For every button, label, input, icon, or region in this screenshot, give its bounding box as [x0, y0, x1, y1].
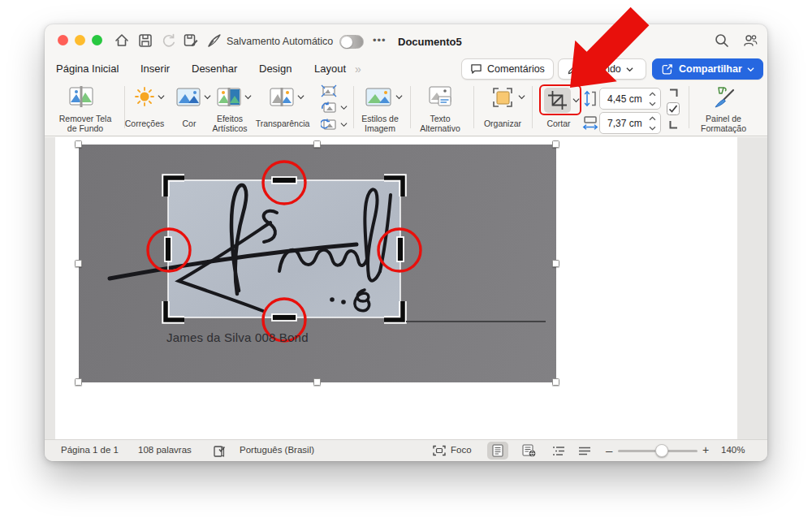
- selection-handle-sw[interactable]: [75, 378, 82, 386]
- compress-picture-icon[interactable]: [321, 84, 337, 97]
- document-area: James da Silva 008 Bond: [45, 137, 767, 439]
- quill-icon: [206, 32, 222, 49]
- selection-handle-e[interactable]: [552, 260, 559, 267]
- outline-view-button[interactable]: [548, 442, 569, 460]
- stepper-down-icon: [649, 101, 656, 106]
- stepper-up-icon: [649, 116, 656, 121]
- word-count[interactable]: 108 palavras: [138, 445, 192, 455]
- width-value: 7,37 cm: [607, 118, 642, 129]
- chevron-down-icon: [747, 67, 754, 72]
- alt-text-icon: [429, 86, 451, 107]
- tab-layout[interactable]: Layout: [314, 63, 346, 75]
- artistic-effects-label-2: Artísticos: [212, 123, 247, 133]
- pencil-icon: [567, 63, 579, 76]
- chevron-down-icon: [244, 94, 252, 100]
- autosave-toggle[interactable]: [339, 35, 364, 49]
- remove-background-label-2: de Fundo: [67, 123, 103, 133]
- zoom-in-button[interactable]: +: [702, 443, 709, 456]
- chevron-down-icon: [204, 94, 211, 100]
- save-icon[interactable]: [137, 32, 153, 49]
- height-stepper[interactable]: [647, 90, 657, 108]
- crop-top-handle: [272, 177, 296, 183]
- width-field[interactable]: 7,37 cm: [599, 112, 661, 134]
- tab-pagina-inicial[interactable]: Página Inicial: [56, 63, 119, 75]
- zoom-slider-knob[interactable]: [655, 444, 668, 457]
- ribbon: Remover Telade Fundo Correções Cor Efeit…: [45, 81, 767, 136]
- remove-background-label-1: Remover Tela: [59, 114, 112, 123]
- selection-handle-nw[interactable]: [75, 140, 82, 148]
- width-stepper[interactable]: [647, 114, 657, 132]
- zoom-percentage[interactable]: 140%: [721, 445, 745, 455]
- chevron-down-icon: [340, 122, 348, 127]
- selection-handle-w[interactable]: [75, 260, 82, 267]
- sun-icon: [134, 86, 155, 107]
- lock-aspect-checkbox[interactable]: [667, 102, 680, 115]
- page-count[interactable]: Página 1 de 1: [61, 445, 119, 455]
- chevron-down-icon: [395, 94, 403, 100]
- corrections-label: Correções: [125, 119, 164, 128]
- selection-handle-se[interactable]: [552, 378, 559, 386]
- search-icon[interactable]: [714, 32, 730, 49]
- word-window: Salvamento Automático ••• Documento5 Pág…: [45, 24, 767, 461]
- format-pane-label-1: Painel de: [706, 114, 741, 123]
- tab-desenhar[interactable]: Desenhar: [192, 63, 237, 75]
- artistic-effects-label-1: Efeitos: [217, 114, 243, 123]
- web-layout-view-button[interactable]: [518, 442, 539, 460]
- comments-button[interactable]: Comentários: [461, 58, 554, 80]
- outline-icon: [552, 446, 565, 456]
- close-button[interactable]: [58, 35, 68, 45]
- check-icon: [667, 103, 679, 114]
- stepper-up-icon: [649, 92, 656, 97]
- print-layout-view-button[interactable]: [487, 442, 508, 460]
- share-icon: [661, 63, 674, 76]
- share-label: Compartilhar: [679, 63, 742, 75]
- crop-bottom-handle: [272, 314, 296, 321]
- format-brush-icon: [711, 85, 736, 110]
- alt-text-label-1: Texto: [430, 114, 450, 123]
- print-layout-icon: [492, 444, 503, 457]
- tab-overflow-chevron[interactable]: »: [355, 63, 360, 76]
- share-button[interactable]: Compartilhar: [652, 58, 763, 80]
- draft-view-button[interactable]: [574, 442, 595, 460]
- home-icon[interactable]: [114, 32, 130, 49]
- crop-left-handle: [165, 237, 171, 261]
- comments-label: Comentários: [487, 63, 545, 75]
- chevron-down-icon: [297, 94, 304, 100]
- chevron-down-icon: [518, 94, 525, 100]
- tab-inserir[interactable]: Inserir: [140, 63, 170, 75]
- arrange-icon: [491, 86, 514, 109]
- arrange-label: Organizar: [484, 119, 521, 128]
- group-divider: [689, 86, 689, 128]
- picture-styles-label-2: Imagem: [365, 123, 395, 133]
- focus-button[interactable]: Foco: [451, 445, 472, 455]
- focus-icon: [432, 445, 447, 456]
- chevron-down-icon: [626, 67, 633, 72]
- zoom-window-button[interactable]: [92, 35, 102, 45]
- corner-bottom-left-icon: [668, 119, 679, 130]
- zoom-out-button[interactable]: –: [606, 443, 612, 457]
- undo-icon: [161, 32, 177, 49]
- document-page[interactable]: James da Silva 008 Bond: [55, 137, 737, 439]
- height-field[interactable]: 4,45 cm: [599, 88, 661, 110]
- more-icon[interactable]: •••: [373, 34, 387, 46]
- spellcheck-icon[interactable]: [213, 445, 227, 458]
- selection-handle-s[interactable]: [313, 378, 321, 386]
- save-as-icon[interactable]: [183, 32, 199, 49]
- language-indicator[interactable]: Português (Brasil): [240, 445, 314, 455]
- minimize-button[interactable]: [75, 35, 85, 45]
- selection-handle-ne[interactable]: [552, 140, 559, 148]
- selection-handle-n[interactable]: [313, 140, 321, 148]
- autosave-label: Salvamento Automático: [227, 36, 333, 47]
- crop-highlight-annotation: [539, 84, 581, 115]
- tab-design[interactable]: Design: [259, 63, 292, 75]
- color-label: Cor: [183, 119, 197, 128]
- editing-mode-label: ando: [598, 63, 621, 75]
- group-divider: [532, 86, 533, 128]
- ribbon-tab-row: Página Inicial Inserir Desenhar Design L…: [45, 58, 767, 81]
- picture-styles-label-1: Estilos de: [361, 114, 399, 123]
- crop-handles-layer[interactable]: [79, 145, 556, 382]
- people-icon[interactable]: [742, 32, 758, 49]
- reset-picture-icon: [321, 118, 337, 131]
- signature-photo[interactable]: James da Silva 008 Bond: [79, 145, 556, 382]
- editing-mode-button[interactable]: ando: [558, 58, 646, 80]
